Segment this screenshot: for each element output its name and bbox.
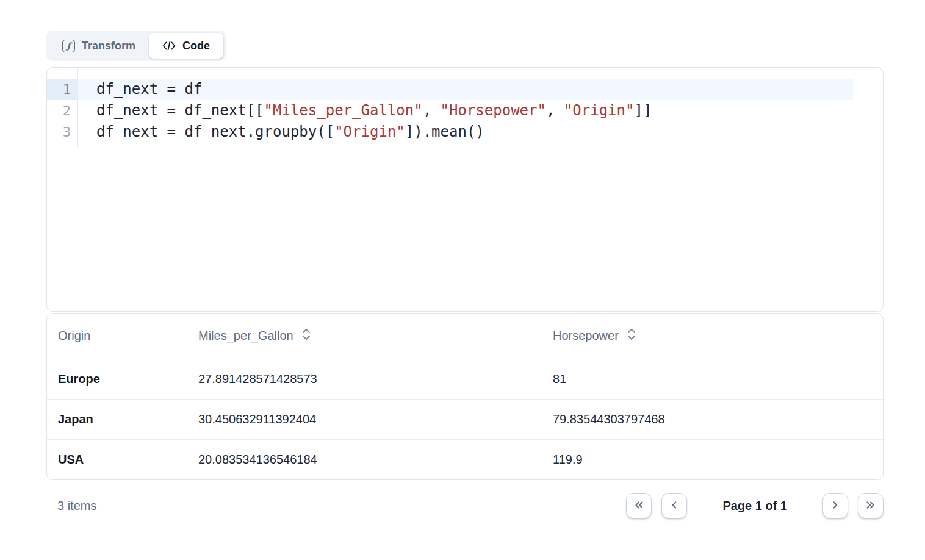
code-line[interactable]: df_next = df_next[["Miles_per_Gallon", "… <box>78 100 853 121</box>
double-chevron-left-icon <box>632 498 646 514</box>
table-row: Europe27.89142857142857381 <box>47 359 883 399</box>
table-footer: 3 items Page 1 of 1 <box>46 491 884 520</box>
column-header-horsepower[interactable]: Horsepower <box>542 314 883 359</box>
next-page-button[interactable] <box>822 493 848 519</box>
cell-miles-per-gallon: 27.891428571428573 <box>187 359 542 399</box>
cell-horsepower: 79.83544303797468 <box>542 399 883 439</box>
page-indicator: Page 1 of 1 <box>722 499 787 513</box>
cell-origin: USA <box>47 439 187 479</box>
column-header-origin: Origin <box>47 314 187 359</box>
line-number: 3 <box>47 121 77 143</box>
cell-horsepower: 119.9 <box>542 439 883 479</box>
last-page-button[interactable] <box>858 493 884 519</box>
editor-lines[interactable]: df_next = dfdf_next = df_next[["Miles_pe… <box>78 68 883 143</box>
cell-miles-per-gallon: 20.083534136546184 <box>187 439 542 479</box>
items-count: 3 items <box>57 499 96 513</box>
first-page-button[interactable] <box>626 493 652 519</box>
column-label: Horsepower <box>553 329 619 343</box>
column-label: Miles_per_Gallon <box>198 329 293 343</box>
code-editor[interactable]: 123 df_next = dfdf_next = df_next[["Mile… <box>46 67 884 312</box>
function-icon: ƒ <box>62 40 75 52</box>
editor-gutter: 123 <box>47 68 78 148</box>
chevron-left-icon <box>668 498 681 514</box>
prev-page-button[interactable] <box>661 493 687 519</box>
tab-transform-label: Transform <box>82 40 135 52</box>
code-line[interactable]: df_next = df <box>78 79 853 100</box>
table-row: Japan30.45063291139240479.83544303797468 <box>47 399 883 439</box>
tab-code[interactable]: Code <box>149 33 223 59</box>
line-number: 1 <box>47 79 77 100</box>
cell-miles-per-gallon: 30.450632911392404 <box>187 399 542 439</box>
cell-origin: Japan <box>47 399 187 439</box>
tab-transform[interactable]: ƒ Transform <box>49 33 149 59</box>
tab-code-label: Code <box>182 40 210 52</box>
table-header-row: Origin Miles_per_Gallon <box>47 314 883 359</box>
sort-icon[interactable] <box>301 328 311 344</box>
chevron-right-icon <box>829 498 842 514</box>
column-label: Origin <box>58 329 90 343</box>
result-table: Origin Miles_per_Gallon <box>46 313 884 480</box>
cell-horsepower: 81 <box>542 359 883 399</box>
column-header-miles-per-gallon[interactable]: Miles_per_Gallon <box>187 314 542 359</box>
line-number: 2 <box>47 100 77 121</box>
cell-origin: Europe <box>47 359 187 399</box>
table-row: USA20.083534136546184119.9 <box>47 439 883 479</box>
sort-icon[interactable] <box>627 328 636 344</box>
double-chevron-right-icon <box>864 498 877 514</box>
page: ƒ Transform Code 123 df_next = dfdf_next… <box>46 31 884 520</box>
view-toggle: ƒ Transform Code <box>46 31 226 61</box>
pagination: Page 1 of 1 <box>626 493 884 519</box>
table-body: Europe27.89142857142857381Japan30.450632… <box>47 359 883 479</box>
code-line[interactable]: df_next = df_next.groupby(["Origin"]).me… <box>78 121 853 143</box>
code-icon <box>162 40 176 52</box>
